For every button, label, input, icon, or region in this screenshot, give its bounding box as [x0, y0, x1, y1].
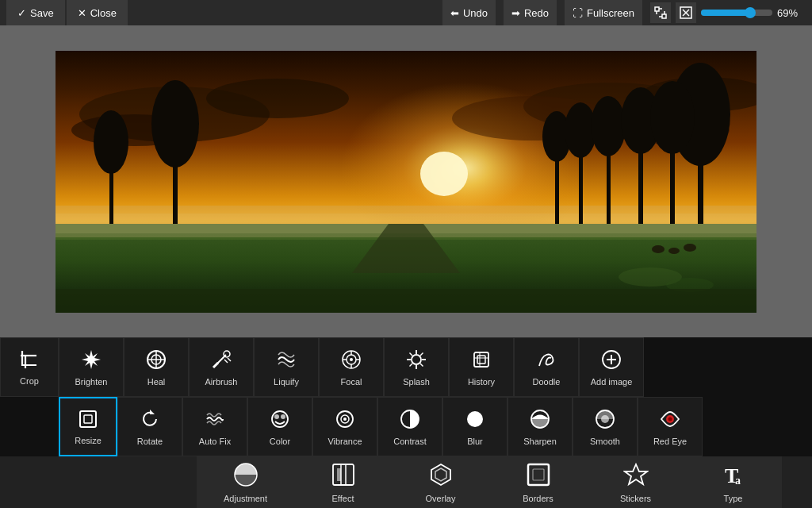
tool-add-image[interactable]: Add image [579, 337, 644, 397]
tool-smooth[interactable]: Smooth [573, 397, 638, 456]
tool-splash-label: Splash [403, 377, 430, 387]
doodle-icon [535, 348, 557, 374]
svg-rect-45 [56, 289, 756, 313]
save-button[interactable]: ✓ Save [6, 0, 65, 25]
photo-canvas [56, 51, 756, 313]
svg-point-64 [350, 358, 353, 361]
tool-autofix-label: Auto Fix [199, 437, 231, 446]
tool-resize[interactable]: Resize [59, 397, 117, 456]
tool-rotate-label: Rotate [137, 437, 163, 446]
add-image-icon [600, 348, 622, 374]
tool-stickers-label: Stickers [620, 494, 651, 503]
zoom-slider-thumb[interactable] [745, 7, 756, 18]
svg-line-57 [224, 360, 228, 363]
tool-vibrance[interactable]: Vibrance [312, 397, 377, 456]
top-toolbar: ✓ Save ✕ Close ⬅ Undo ➡ Redo ⛶ Fullscree… [0, 0, 812, 25]
undo-icon: ⬅ [450, 7, 459, 19]
tool-rotate[interactable]: Rotate [117, 397, 182, 456]
heal-icon [145, 348, 167, 374]
tool-blur[interactable]: Blur [442, 397, 508, 456]
svg-rect-74 [474, 352, 488, 367]
tool-crop-label: Crop [20, 376, 39, 386]
undo-button[interactable]: ⬅ Undo [442, 0, 496, 25]
tool-doodle-label: Doodle [533, 377, 561, 387]
tool-redeye-label: Red Eye [653, 437, 687, 446]
tool-row-3: Adjustment Effect [0, 456, 812, 508]
zoom-slider[interactable] [701, 10, 772, 16]
fullscreen-button[interactable]: ⛶ Fullscreen [565, 0, 642, 25]
blur-icon [464, 408, 486, 433]
liquify-icon [275, 348, 297, 374]
svg-point-86 [281, 414, 285, 419]
rotate-icon [139, 408, 161, 433]
svg-line-54 [213, 363, 218, 368]
svg-line-71 [420, 364, 423, 367]
tool-blur-label: Blur [467, 437, 483, 446]
tool-contrast-label: Contrast [393, 437, 427, 446]
svg-point-97 [668, 417, 672, 421]
adjustment-icon [233, 462, 259, 491]
zoom-slider-container[interactable] [701, 10, 772, 16]
zoom-fit-button[interactable] [650, 2, 671, 23]
tool-crop[interactable]: Crop [0, 337, 59, 397]
zoom-percent-label: 69% [777, 7, 806, 19]
color-icon [269, 408, 291, 433]
svg-point-11 [420, 152, 468, 196]
effect-icon [331, 462, 356, 491]
tool-borders-label: Borders [523, 494, 553, 503]
tool-doodle[interactable]: Doodle [514, 337, 579, 397]
svg-rect-1 [662, 14, 666, 18]
zoom-reset-button[interactable] [676, 2, 696, 23]
overlay-icon [428, 462, 454, 491]
fullscreen-icon: ⛶ [573, 7, 583, 19]
tool-overlay[interactable]: Overlay [392, 456, 489, 508]
airbrush-icon [210, 348, 232, 374]
tool-liquify[interactable]: Liquify [254, 337, 319, 397]
tool-adjustment[interactable]: Adjustment [197, 456, 294, 508]
tool-overlay-label: Overlay [426, 494, 456, 503]
tool-airbrush-label: Airbrush [205, 377, 238, 387]
tool-type[interactable]: T a Type [684, 456, 782, 508]
svg-line-73 [410, 364, 413, 367]
tool-focal[interactable]: Focal [319, 337, 384, 397]
tool-borders[interactable]: Borders [489, 456, 587, 508]
tool-airbrush[interactable]: Airbrush [189, 337, 254, 397]
brighten-icon [80, 348, 102, 374]
contrast-icon [399, 408, 421, 433]
tool-brighten[interactable]: Brighten [59, 337, 124, 397]
redo-icon: ➡ [511, 7, 520, 19]
focal-icon [340, 348, 362, 374]
crop-icon [19, 349, 40, 373]
svg-point-42 [652, 245, 665, 253]
smooth-icon [594, 408, 616, 433]
zoom-area: 69% [650, 2, 806, 23]
tool-color[interactable]: Color [247, 397, 312, 456]
tool-history[interactable]: History [449, 337, 514, 397]
close-button[interactable]: ✕ Close [67, 0, 128, 25]
svg-marker-48 [82, 350, 101, 369]
canvas-area[interactable] [0, 25, 812, 337]
svg-marker-104 [431, 464, 450, 485]
svg-point-85 [274, 414, 279, 419]
redo-button[interactable]: ➡ Redo [504, 0, 557, 25]
svg-rect-0 [655, 7, 659, 11]
tool-contrast[interactable]: Contrast [377, 397, 442, 456]
tool-vibrance-label: Vibrance [327, 437, 362, 446]
tool-adjustment-label: Adjustment [224, 494, 267, 503]
tool-history-label: History [468, 377, 495, 387]
tool-autofix[interactable]: Auto Fix [182, 397, 247, 456]
tool-heal[interactable]: Heal [124, 337, 189, 397]
tool-sharpen[interactable]: Sharpen [508, 397, 573, 456]
save-icon: ✓ [17, 7, 26, 19]
fit-icon [654, 6, 667, 19]
toolbar-right: ⬅ Undo ➡ Redo ⛶ Fullscreen [442, 0, 806, 25]
close-icon: ✕ [78, 7, 86, 19]
tool-stickers[interactable]: Stickers [587, 456, 684, 508]
tool-splash[interactable]: Splash [384, 337, 449, 397]
tool-focal-label: Focal [341, 377, 362, 387]
zoom-reset-icon [680, 6, 692, 19]
tool-color-label: Color [270, 437, 290, 446]
tool-redeye[interactable]: Red Eye [638, 397, 703, 456]
autofix-icon [204, 408, 226, 433]
tool-effect[interactable]: Effect [294, 456, 392, 508]
